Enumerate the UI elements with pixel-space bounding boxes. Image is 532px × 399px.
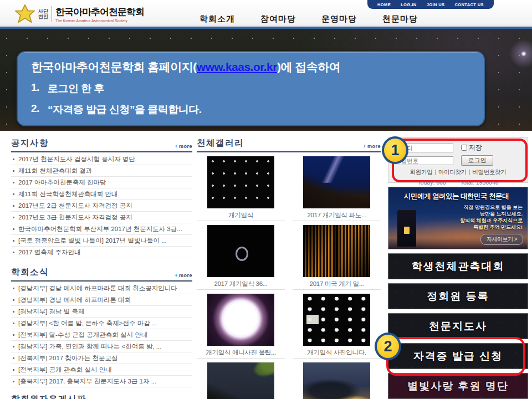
gallery-caption: 개기일식 (197, 211, 285, 219)
right-column: 저장 로그인 회원가입|아이디찾기|비밀번호찾기 Today: 668 Tota… (388, 137, 528, 397)
gallery-item (197, 359, 285, 399)
login-panel: 저장 로그인 회원가입|아이디찾기|비밀번호찾기 Today: 668 Tota… (388, 137, 528, 183)
news-item[interactable]: [경남지부] 경남 메시에 하프마라톤 대회 취소공지입니다 (11, 283, 192, 294)
notice-item[interactable]: 2017년 천문지도사 검정시험 응시자 명단. (11, 154, 192, 165)
total-count: Total: 1936046 (461, 179, 499, 186)
bullet-icon (13, 357, 14, 359)
hero-starfield: 한국아마추어천문학회 홈페이지(www.kaas.or.kr)에 접속하여 1.… (0, 29, 532, 131)
bullet-icon (13, 311, 14, 313)
save-id-checkbox[interactable] (461, 145, 467, 151)
side-button-member-registration[interactable]: 정회원 등록 (388, 283, 528, 309)
topbar-link-contact[interactable]: CONTACT US (454, 2, 484, 7)
login-button[interactable]: 로그인 (461, 155, 493, 166)
gallery-item: 개기일식 애니사진 올립... (197, 290, 285, 359)
gallery-caption: 2017 개기일식 36... (197, 280, 285, 288)
topbar-link-home[interactable]: HOME (377, 2, 391, 7)
side-button-astronomy-instructor[interactable]: 천문지도사 (388, 313, 528, 339)
gallery-more-link[interactable]: +more (363, 144, 381, 149)
notices-title: 공지사항 (11, 137, 49, 149)
gallery-image-sunset-clouds[interactable] (303, 362, 370, 399)
notice-item[interactable]: 2017년도 3급 천문지도사 자격검정 공지 (11, 212, 192, 223)
side-button-certificate-request[interactable]: 자격증 발급 신청 (388, 343, 528, 369)
gallery-column: 천체갤러리 +more 개기일식 2017 개기일식 파노... 2017 개기… (197, 137, 381, 397)
bullet-icon (13, 158, 14, 160)
topbar-link-joinus[interactable]: JOIN US (427, 2, 445, 7)
news-item[interactable]: [전북지부] 2017 찾아가는 천문교실 (11, 352, 192, 364)
notice-item[interactable]: 2017년도 2급 천문지도사 자격검정 공지 (11, 200, 192, 212)
site-title: 한국아마추어천문학회 (55, 6, 144, 18)
left-column: 공지사항 +more 2017년 천문지도사 검정시험 응시자 명단. 제11회… (11, 137, 192, 397)
bullet-icon (13, 299, 14, 301)
notice-item[interactable]: 2017 아마추어천문축제 한마당 (11, 177, 192, 188)
banner-detail-button[interactable]: 자세히보기 > (480, 234, 523, 245)
site-header: HOME LOG-IN JOIN US CONTACT US 사단 법인 한국아… (0, 0, 532, 29)
side-button-student-contest[interactable]: 학생천체관측대회 (388, 253, 528, 279)
instruction-box: 한국아마추어천문학회 홈페이지(www.kaas.or.kr)에 접속하여 1.… (17, 51, 485, 126)
gallery-image-eclipse-sequence[interactable] (207, 156, 274, 208)
news-item[interactable]: [전북지부] 공개 관측회 실시 안내 (11, 364, 192, 376)
gallery-image-panorama[interactable] (303, 156, 370, 208)
news-item[interactable]: [경남지부] 경남 별 축제 (11, 306, 192, 318)
gallery-grid: 개기일식 2017 개기일식 파노... 2017 개기일식 36... 201… (197, 152, 381, 399)
signup-link[interactable]: 회원가입 (410, 168, 433, 175)
annotation-step-1-badge: 1 (382, 136, 408, 164)
login-links: 회원가입|아이디찾기|비밀번호찾기 (392, 168, 524, 176)
notices-header: 공지사항 +more (11, 137, 192, 152)
news-item[interactable]: [경남지부] 경남 메시에 하프마라톤 대회 (11, 294, 192, 306)
notice-item[interactable]: 제11회 전국학생천체관측대회 안내 (11, 188, 192, 200)
side-button-sponsor-list[interactable]: 별빛사랑 후원 명단 (388, 373, 528, 399)
news-item[interactable]: [충북지부] 2017. 충북지부 천문지도사 3급 1차 ... (11, 376, 192, 387)
observatory-banner[interactable]: 시민에게 열려있는 대한민국 천문대 직접 망원경으로 별을 보는 낭만을 느껴… (388, 187, 528, 249)
gallery-image-eclipse-ring[interactable] (207, 225, 274, 277)
top-utility-bar: HOME LOG-IN JOIN US CONTACT US (367, 0, 494, 9)
gallery-image-eclipse-photos[interactable] (303, 294, 370, 346)
bullet-icon (13, 288, 14, 289)
gallery-item: 개기일식 (197, 152, 285, 221)
bullet-icon (13, 369, 14, 371)
main-content: 공지사항 +more 2017년 천문지도사 검정시험 응시자 명단. 제11회… (0, 131, 532, 397)
news-item[interactable]: [경남지부] <한 여름 밤, 은하수 축제>접수 마감 ... (11, 318, 192, 329)
gallery-item: 2017 개기일식 파노... (293, 152, 381, 221)
topbar-link-login[interactable]: LOG-IN (401, 2, 417, 7)
annotation-step-2-badge: 2 (375, 332, 401, 360)
gallery-header: 천체갤러리 +more (197, 137, 381, 152)
page: { "header": { "logo": { "badge_line1": "… (0, 0, 532, 399)
nav-item-astronomy[interactable]: 천문마당 (382, 14, 418, 24)
nav-item-participate[interactable]: 참여마당 (260, 14, 296, 24)
visitor-stats: Today: 668 Total: 1936046 (392, 179, 524, 186)
gallery-title: 천체갤러리 (197, 137, 244, 149)
gallery-image-usa-eclipse[interactable] (303, 225, 370, 277)
nav-item-about[interactable]: 학회소개 (200, 14, 235, 24)
notices-more-link[interactable]: +more (175, 144, 192, 149)
notice-item[interactable]: 제11회 천체관측대회 결과 (11, 165, 192, 177)
find-id-link[interactable]: 아이디찾기 (438, 168, 467, 175)
gallery-item (293, 359, 381, 399)
notice-item[interactable]: 한국아마추어천문학회 부산지부 2017년 천문지도사 3급... (11, 223, 192, 235)
bullet-icon (13, 228, 14, 230)
bullet-icon (13, 346, 14, 347)
site-logo[interactable]: 사단 법인 한국아마추어천문학회 The Korean Amateur Astr… (14, 4, 144, 24)
find-password-link[interactable]: 비밀번호찾기 (472, 168, 506, 175)
news-more-link[interactable]: +more (175, 273, 192, 278)
gallery-item: 개기일식 사진입니다. (293, 290, 381, 359)
bullet-icon (13, 252, 14, 253)
gallery-caption: 개기일식 애니사진 올립... (197, 349, 285, 356)
news-item[interactable]: [전북지부] 달-수성 근접 공개관측회 실시 안내 (11, 329, 192, 341)
notice-item[interactable]: [국토 정중앙으로 별빛 나들이] 2017년 별빛나들이 ... (11, 235, 192, 247)
gallery-image-bright-sun[interactable] (207, 294, 274, 346)
gallery-image-night-sky[interactable] (207, 362, 274, 399)
freeboard-header: 학회원자유게시판 +more (11, 393, 192, 399)
today-count: Today: 668 (417, 179, 446, 186)
gallery-item: 2017 개기일식 36... (197, 221, 285, 290)
news-item[interactable]: [경남지부] 가족, 연인과 함께 떠나는 <한여름 밤, ... (11, 341, 192, 352)
instruction-step-2: 2. “자격증 발급 신청”을 클릭합니다. (31, 103, 470, 117)
news-header: 학회소식 +more (11, 267, 192, 282)
nav-item-operation[interactable]: 운영마당 (321, 14, 357, 24)
gallery-item: 2017 미국 개기 일... (293, 221, 381, 290)
news-title: 학회소식 (11, 267, 49, 278)
notice-item[interactable]: 2017 별축제 주차안내 (11, 247, 192, 258)
news-list: [경남지부] 경남 메시에 하프마라톤 대회 취소공지입니다 [경남지부] 경남… (11, 283, 192, 387)
bullet-icon (13, 205, 14, 207)
kaas-url-link[interactable]: www.kaas.or.kr (197, 60, 277, 73)
notices-list: 2017년 천문지도사 검정시험 응시자 명단. 제11회 천체관측대회 결과 … (11, 154, 192, 258)
